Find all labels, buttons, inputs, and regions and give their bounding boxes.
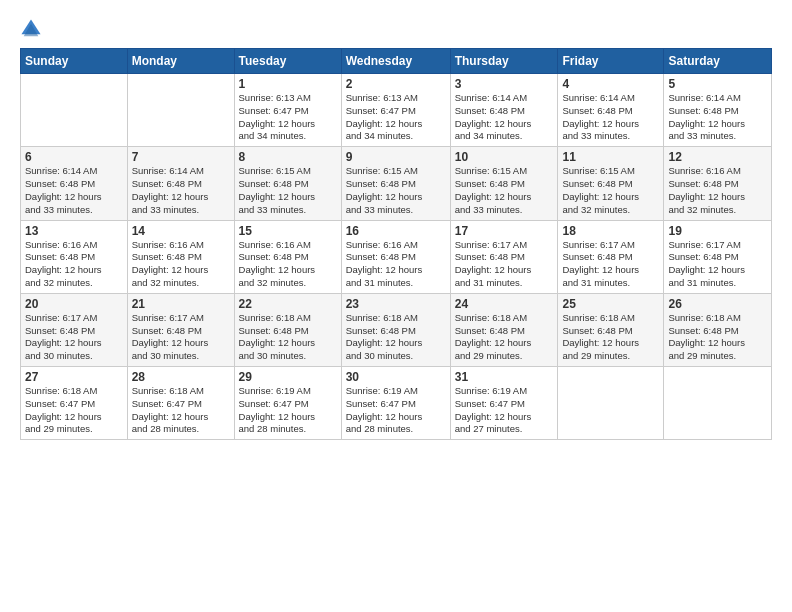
week-row-2: 6Sunrise: 6:14 AM Sunset: 6:48 PM Daylig… — [21, 147, 772, 220]
calendar-cell: 13Sunrise: 6:16 AM Sunset: 6:48 PM Dayli… — [21, 220, 128, 293]
calendar-cell: 29Sunrise: 6:19 AM Sunset: 6:47 PM Dayli… — [234, 367, 341, 440]
calendar-cell: 11Sunrise: 6:15 AM Sunset: 6:48 PM Dayli… — [558, 147, 664, 220]
calendar-table: SundayMondayTuesdayWednesdayThursdayFrid… — [20, 48, 772, 440]
day-number: 26 — [668, 297, 767, 311]
calendar-cell — [21, 74, 128, 147]
day-number: 10 — [455, 150, 554, 164]
day-number: 13 — [25, 224, 123, 238]
day-number: 20 — [25, 297, 123, 311]
col-header-thursday: Thursday — [450, 49, 558, 74]
day-info: Sunrise: 6:16 AM Sunset: 6:48 PM Dayligh… — [239, 239, 337, 290]
calendar-header-row: SundayMondayTuesdayWednesdayThursdayFrid… — [21, 49, 772, 74]
calendar-cell: 18Sunrise: 6:17 AM Sunset: 6:48 PM Dayli… — [558, 220, 664, 293]
calendar-cell: 24Sunrise: 6:18 AM Sunset: 6:48 PM Dayli… — [450, 293, 558, 366]
day-number: 9 — [346, 150, 446, 164]
calendar-cell — [127, 74, 234, 147]
day-number: 12 — [668, 150, 767, 164]
header — [20, 18, 772, 40]
day-info: Sunrise: 6:18 AM Sunset: 6:48 PM Dayligh… — [239, 312, 337, 363]
calendar-cell — [664, 367, 772, 440]
day-info: Sunrise: 6:18 AM Sunset: 6:48 PM Dayligh… — [562, 312, 659, 363]
calendar-cell: 30Sunrise: 6:19 AM Sunset: 6:47 PM Dayli… — [341, 367, 450, 440]
day-number: 24 — [455, 297, 554, 311]
day-number: 17 — [455, 224, 554, 238]
day-number: 21 — [132, 297, 230, 311]
day-info: Sunrise: 6:18 AM Sunset: 6:48 PM Dayligh… — [668, 312, 767, 363]
calendar-cell: 6Sunrise: 6:14 AM Sunset: 6:48 PM Daylig… — [21, 147, 128, 220]
day-info: Sunrise: 6:18 AM Sunset: 6:47 PM Dayligh… — [132, 385, 230, 436]
day-info: Sunrise: 6:16 AM Sunset: 6:48 PM Dayligh… — [25, 239, 123, 290]
calendar-cell: 10Sunrise: 6:15 AM Sunset: 6:48 PM Dayli… — [450, 147, 558, 220]
day-info: Sunrise: 6:17 AM Sunset: 6:48 PM Dayligh… — [455, 239, 554, 290]
calendar-cell: 31Sunrise: 6:19 AM Sunset: 6:47 PM Dayli… — [450, 367, 558, 440]
day-info: Sunrise: 6:19 AM Sunset: 6:47 PM Dayligh… — [455, 385, 554, 436]
week-row-3: 13Sunrise: 6:16 AM Sunset: 6:48 PM Dayli… — [21, 220, 772, 293]
day-number: 30 — [346, 370, 446, 384]
day-info: Sunrise: 6:14 AM Sunset: 6:48 PM Dayligh… — [25, 165, 123, 216]
day-info: Sunrise: 6:13 AM Sunset: 6:47 PM Dayligh… — [239, 92, 337, 143]
day-number: 29 — [239, 370, 337, 384]
day-number: 3 — [455, 77, 554, 91]
day-info: Sunrise: 6:18 AM Sunset: 6:48 PM Dayligh… — [455, 312, 554, 363]
calendar-cell: 2Sunrise: 6:13 AM Sunset: 6:47 PM Daylig… — [341, 74, 450, 147]
day-info: Sunrise: 6:15 AM Sunset: 6:48 PM Dayligh… — [455, 165, 554, 216]
day-info: Sunrise: 6:14 AM Sunset: 6:48 PM Dayligh… — [668, 92, 767, 143]
page: SundayMondayTuesdayWednesdayThursdayFrid… — [0, 0, 792, 612]
col-header-saturday: Saturday — [664, 49, 772, 74]
calendar-cell: 1Sunrise: 6:13 AM Sunset: 6:47 PM Daylig… — [234, 74, 341, 147]
col-header-monday: Monday — [127, 49, 234, 74]
logo — [20, 18, 46, 40]
week-row-4: 20Sunrise: 6:17 AM Sunset: 6:48 PM Dayli… — [21, 293, 772, 366]
day-number: 2 — [346, 77, 446, 91]
day-info: Sunrise: 6:16 AM Sunset: 6:48 PM Dayligh… — [346, 239, 446, 290]
day-number: 16 — [346, 224, 446, 238]
day-number: 22 — [239, 297, 337, 311]
day-info: Sunrise: 6:17 AM Sunset: 6:48 PM Dayligh… — [668, 239, 767, 290]
day-info: Sunrise: 6:14 AM Sunset: 6:48 PM Dayligh… — [455, 92, 554, 143]
calendar-cell: 4Sunrise: 6:14 AM Sunset: 6:48 PM Daylig… — [558, 74, 664, 147]
day-number: 5 — [668, 77, 767, 91]
day-info: Sunrise: 6:18 AM Sunset: 6:47 PM Dayligh… — [25, 385, 123, 436]
day-info: Sunrise: 6:15 AM Sunset: 6:48 PM Dayligh… — [346, 165, 446, 216]
day-number: 14 — [132, 224, 230, 238]
week-row-5: 27Sunrise: 6:18 AM Sunset: 6:47 PM Dayli… — [21, 367, 772, 440]
day-info: Sunrise: 6:17 AM Sunset: 6:48 PM Dayligh… — [132, 312, 230, 363]
calendar-cell: 15Sunrise: 6:16 AM Sunset: 6:48 PM Dayli… — [234, 220, 341, 293]
day-info: Sunrise: 6:15 AM Sunset: 6:48 PM Dayligh… — [562, 165, 659, 216]
day-info: Sunrise: 6:13 AM Sunset: 6:47 PM Dayligh… — [346, 92, 446, 143]
day-number: 1 — [239, 77, 337, 91]
calendar-cell: 14Sunrise: 6:16 AM Sunset: 6:48 PM Dayli… — [127, 220, 234, 293]
day-number: 8 — [239, 150, 337, 164]
calendar-cell: 26Sunrise: 6:18 AM Sunset: 6:48 PM Dayli… — [664, 293, 772, 366]
calendar-cell: 19Sunrise: 6:17 AM Sunset: 6:48 PM Dayli… — [664, 220, 772, 293]
calendar-cell: 5Sunrise: 6:14 AM Sunset: 6:48 PM Daylig… — [664, 74, 772, 147]
calendar-cell: 20Sunrise: 6:17 AM Sunset: 6:48 PM Dayli… — [21, 293, 128, 366]
day-number: 11 — [562, 150, 659, 164]
calendar-cell — [558, 367, 664, 440]
calendar-cell: 22Sunrise: 6:18 AM Sunset: 6:48 PM Dayli… — [234, 293, 341, 366]
col-header-wednesday: Wednesday — [341, 49, 450, 74]
day-number: 27 — [25, 370, 123, 384]
calendar-cell: 7Sunrise: 6:14 AM Sunset: 6:48 PM Daylig… — [127, 147, 234, 220]
day-info: Sunrise: 6:16 AM Sunset: 6:48 PM Dayligh… — [668, 165, 767, 216]
day-info: Sunrise: 6:14 AM Sunset: 6:48 PM Dayligh… — [132, 165, 230, 216]
calendar-cell: 16Sunrise: 6:16 AM Sunset: 6:48 PM Dayli… — [341, 220, 450, 293]
day-number: 25 — [562, 297, 659, 311]
day-number: 28 — [132, 370, 230, 384]
day-info: Sunrise: 6:19 AM Sunset: 6:47 PM Dayligh… — [239, 385, 337, 436]
col-header-friday: Friday — [558, 49, 664, 74]
day-number: 23 — [346, 297, 446, 311]
calendar-cell: 3Sunrise: 6:14 AM Sunset: 6:48 PM Daylig… — [450, 74, 558, 147]
day-number: 18 — [562, 224, 659, 238]
day-number: 7 — [132, 150, 230, 164]
day-number: 19 — [668, 224, 767, 238]
day-number: 31 — [455, 370, 554, 384]
col-header-sunday: Sunday — [21, 49, 128, 74]
calendar-cell: 21Sunrise: 6:17 AM Sunset: 6:48 PM Dayli… — [127, 293, 234, 366]
calendar-cell: 17Sunrise: 6:17 AM Sunset: 6:48 PM Dayli… — [450, 220, 558, 293]
day-number: 6 — [25, 150, 123, 164]
calendar-cell: 25Sunrise: 6:18 AM Sunset: 6:48 PM Dayli… — [558, 293, 664, 366]
week-row-1: 1Sunrise: 6:13 AM Sunset: 6:47 PM Daylig… — [21, 74, 772, 147]
day-info: Sunrise: 6:19 AM Sunset: 6:47 PM Dayligh… — [346, 385, 446, 436]
day-number: 4 — [562, 77, 659, 91]
